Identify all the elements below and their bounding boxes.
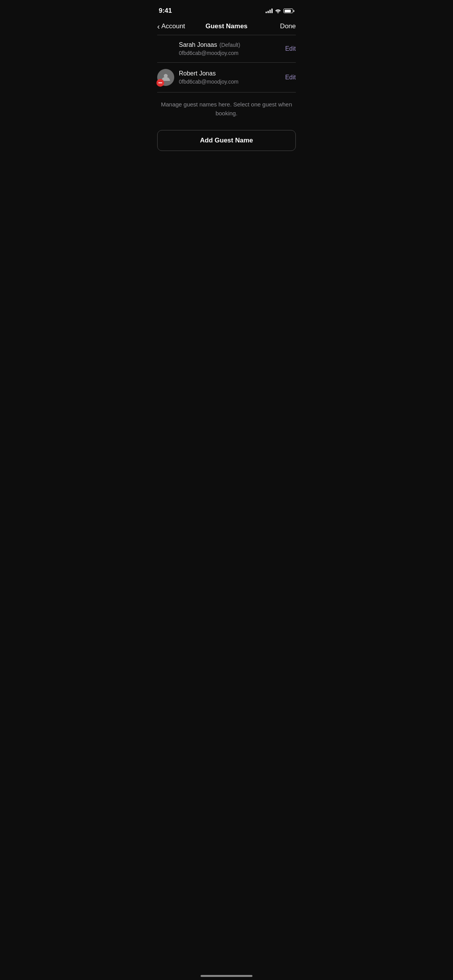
back-button[interactable]: ‹ Account — [157, 22, 185, 30]
guest-name-row: Robert Jonas — [179, 70, 239, 77]
add-button-container: Add Guest Name — [151, 127, 302, 160]
guest-item: Sarah Jonaas (Default) 0fbd6cab@moodjoy.… — [157, 35, 296, 62]
status-time: 9:41 — [159, 7, 172, 15]
wifi-icon — [275, 9, 281, 13]
page-title: Guest Names — [206, 22, 248, 30]
guest-email: 0fbd6cab@moodjoy.com — [179, 50, 240, 56]
svg-rect-1 — [158, 82, 162, 83]
info-text: Manage guest names here. Select one gues… — [161, 101, 292, 117]
done-button[interactable]: Done — [280, 22, 296, 30]
guest-item-left: Robert Jonas 0fbd6cab@moodjoy.com — [157, 69, 280, 86]
edit-button[interactable]: Edit — [280, 72, 296, 82]
avatar-container — [157, 69, 174, 86]
nav-bar: ‹ Account Guest Names Done — [151, 19, 302, 35]
signal-icon — [266, 9, 273, 13]
battery-icon — [283, 9, 294, 13]
guest-list: Sarah Jonaas (Default) 0fbd6cab@moodjoy.… — [151, 35, 302, 93]
default-badge: (Default) — [220, 42, 240, 48]
guest-name: Robert Jonas — [179, 70, 216, 77]
status-icons — [266, 9, 294, 13]
guest-item: Robert Jonas 0fbd6cab@moodjoy.com Edit — [157, 63, 296, 92]
guest-info: Sarah Jonaas (Default) 0fbd6cab@moodjoy.… — [179, 41, 240, 56]
status-bar: 9:41 — [151, 0, 302, 19]
guest-item-left: Sarah Jonaas (Default) 0fbd6cab@moodjoy.… — [157, 41, 280, 56]
chevron-left-icon: ‹ — [157, 22, 160, 30]
edit-button[interactable]: Edit — [280, 44, 296, 54]
add-guest-button[interactable]: Add Guest Name — [157, 130, 296, 151]
guest-email: 0fbd6cab@moodjoy.com — [179, 79, 239, 85]
remove-button[interactable] — [156, 79, 164, 87]
guest-info: Robert Jonas 0fbd6cab@moodjoy.com — [179, 70, 239, 85]
guest-name-row: Sarah Jonaas (Default) — [179, 41, 240, 48]
back-label: Account — [161, 22, 185, 30]
guest-name: Sarah Jonaas — [179, 41, 217, 48]
minus-icon — [158, 82, 162, 83]
info-section: Manage guest names here. Select one gues… — [151, 93, 302, 127]
